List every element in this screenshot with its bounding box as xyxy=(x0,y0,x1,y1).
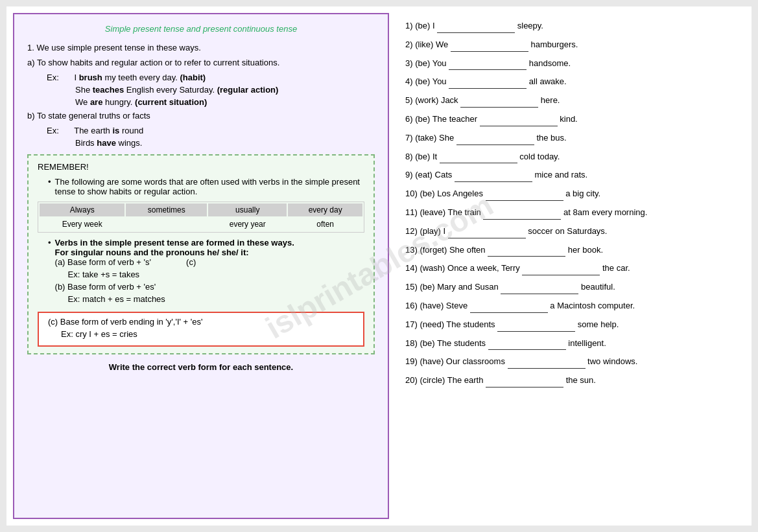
exercise-blank-11[interactable] xyxy=(483,211,561,220)
exercise-item-10: 10) (be) Los Angeles a big city. xyxy=(405,187,742,201)
exercise-item-3: 3) (be) You handsome. xyxy=(405,57,742,71)
exercise-blank-13[interactable] xyxy=(488,248,565,257)
exercise-item-8: 8) (be) It cold today. xyxy=(405,150,742,164)
exercise-num-6: 6) xyxy=(405,114,415,124)
word-always: Always xyxy=(40,203,124,216)
exercise-suffix-9: mice and rats. xyxy=(532,170,587,179)
examples-b: Ex: The earth is round Birds have wings. xyxy=(47,126,375,148)
exercise-suffix-6: kind. xyxy=(558,114,578,124)
exercise-prefix-1: (be) I xyxy=(415,21,437,30)
exercise-blank-4[interactable] xyxy=(449,80,527,89)
bullet-2: • Verbs in the simple present tense are … xyxy=(48,238,364,306)
exercise-num-16: 16) xyxy=(405,301,420,310)
exercise-suffix-18: intelligent. xyxy=(566,338,606,348)
exercise-num-11: 11) xyxy=(405,207,420,217)
exercise-num-10: 10) xyxy=(405,189,420,198)
exercise-prefix-18: (be) The students xyxy=(420,338,488,348)
exercise-item-17: 17) (need) The students some help. xyxy=(405,318,742,332)
exercise-prefix-9: (eat) Cats xyxy=(415,170,455,179)
exercise-suffix-2: hamburgers. xyxy=(528,40,578,49)
exercise-blank-9[interactable] xyxy=(455,173,532,182)
exercise-num-14: 14) xyxy=(405,263,420,273)
exercise-prefix-12: (play) I xyxy=(420,226,447,236)
exercise-prefix-20: (circle) The earth xyxy=(420,375,486,385)
exercise-blank-18[interactable] xyxy=(488,341,566,350)
exercise-blank-10[interactable] xyxy=(486,192,563,201)
exercise-num-8: 8) xyxy=(405,152,415,161)
exercise-prefix-17: (need) The students xyxy=(420,319,497,329)
exercise-blank-17[interactable] xyxy=(497,323,575,332)
rule-c-box: (c) Base form of verb ending in 'y','I' … xyxy=(38,312,364,347)
instruction: Write the correct verb form for each sen… xyxy=(27,362,375,372)
exercise-item-11: 11) (leave) The train at 8am every morni… xyxy=(405,206,742,220)
exercises-container: 1) (be) I sleepy.2) (like) We hamburgers… xyxy=(405,19,742,387)
rule-a-ex: Ex: take +s = takes xyxy=(68,270,294,279)
exercise-item-14: 14) (wash) Once a week, Terry the car. xyxy=(405,262,742,275)
exercise-suffix-10: a big city. xyxy=(563,189,601,198)
exercise-blank-14[interactable] xyxy=(522,266,600,275)
exercise-blank-1[interactable] xyxy=(437,24,515,33)
word-everyday: every day xyxy=(288,203,362,216)
exercise-blank-8[interactable] xyxy=(440,154,517,163)
exercise-blank-5[interactable] xyxy=(460,98,538,108)
exercise-suffix-16: a Macintosh computer. xyxy=(548,301,635,310)
exercise-num-4: 4) xyxy=(405,76,415,86)
exercise-item-1: 1) (be) I sleepy. xyxy=(405,19,742,33)
exercise-num-13: 13) xyxy=(405,245,420,255)
page-title: Simple present tense and present continu… xyxy=(27,24,375,34)
exercise-blank-15[interactable] xyxy=(501,285,578,294)
exercise-blank-19[interactable] xyxy=(508,360,586,369)
exercise-suffix-7: the bus. xyxy=(534,133,567,143)
exercise-item-9: 9) (eat) Cats mice and rats. xyxy=(405,168,742,182)
exercise-prefix-7: (take) She xyxy=(415,133,456,143)
ex-a3: We are hungry. (current situation) xyxy=(47,97,375,107)
exercise-suffix-15: beautiful. xyxy=(578,282,615,292)
exercise-item-7: 7) (take) She the bus. xyxy=(405,132,742,145)
exercise-suffix-19: two windows. xyxy=(586,356,638,366)
exercise-blank-12[interactable] xyxy=(448,229,526,238)
exercise-num-9: 9) xyxy=(405,170,415,179)
exercise-prefix-15: (be) Mary and Susan xyxy=(420,282,501,292)
exercise-suffix-5: here. xyxy=(538,95,560,105)
exercise-prefix-10: (be) Los Angeles xyxy=(420,189,485,198)
exercise-num-17: 17) xyxy=(405,319,420,329)
exercise-blank-7[interactable] xyxy=(456,136,534,145)
bullet2-line1: Verbs in the simple present tense are fo… xyxy=(55,238,294,248)
exercise-num-19: 19) xyxy=(405,356,420,366)
exercise-suffix-13: her book. xyxy=(565,245,603,255)
exercise-num-7: 7) xyxy=(405,133,415,143)
exercise-suffix-12: soccer on Saturdays. xyxy=(526,226,608,236)
bullet2-line2: For singular nouns and the pronouns he/ … xyxy=(55,248,294,257)
word-often: often xyxy=(288,218,362,231)
section1-label: 1. We use simple present tense in these … xyxy=(27,43,375,52)
exercise-blank-16[interactable] xyxy=(470,304,548,313)
ex-label-a: Ex: I brush my teeth every day. (habit) xyxy=(47,73,375,82)
exercise-item-18: 18) (be) The students intelligent. xyxy=(405,337,742,351)
right-panel: 1) (be) I sleepy.2) (like) We hamburgers… xyxy=(402,13,745,519)
exercise-num-18: 18) xyxy=(405,338,420,348)
exercise-prefix-11: (leave) The train xyxy=(420,207,483,217)
exercise-blank-2[interactable] xyxy=(451,43,528,52)
exercise-item-16: 16) (have) Steve a Macintosh computer. xyxy=(405,299,742,313)
word-usually: usually xyxy=(208,203,287,216)
exercise-prefix-13: (forget) She often xyxy=(420,245,488,255)
exercise-blank-6[interactable] xyxy=(480,117,558,126)
left-panel: Simple present tense and present continu… xyxy=(13,13,389,519)
exercise-item-20: 20) (circle) The earth the sun. xyxy=(405,374,742,387)
exercise-num-20: 20) xyxy=(405,375,420,385)
bullet-1: • The following are some words that are … xyxy=(48,177,364,196)
exercise-prefix-8: (be) It xyxy=(415,152,440,161)
remember-title: REMEMBER! xyxy=(38,162,364,172)
rule-c-ex: Ex: cry I + es = cries xyxy=(61,329,354,339)
exercise-blank-3[interactable] xyxy=(449,61,527,70)
word-everyweek: Every week xyxy=(40,218,124,231)
exercise-prefix-3: (be) You xyxy=(415,58,449,68)
ex-b2: Birds have wings. xyxy=(47,138,375,148)
exercise-blank-20[interactable] xyxy=(486,378,563,387)
ex-a2: She teaches English every Saturday. (reg… xyxy=(47,85,375,95)
exercise-suffix-1: sleepy. xyxy=(515,21,543,30)
examples-a: Ex: I brush my teeth every day. (habit) … xyxy=(47,73,375,107)
word-table: Always sometimes usually every day Every… xyxy=(38,202,364,233)
exercise-suffix-11: at 8am every morning. xyxy=(561,207,647,217)
exercise-num-5: 5) xyxy=(405,95,415,105)
